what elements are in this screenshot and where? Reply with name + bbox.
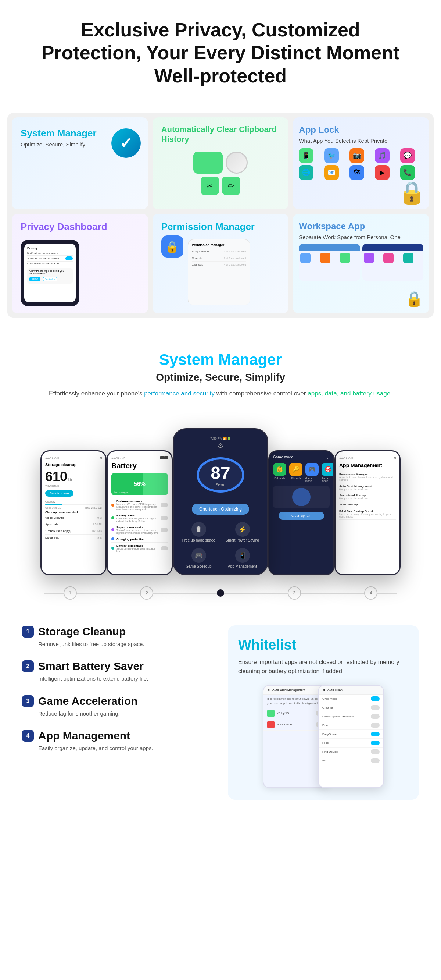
feature-card-permission[interactable]: Permission Manager 🔒 Permission manager … — [152, 214, 289, 313]
score-icon-4: 📱 App Management — [224, 548, 261, 568]
shield-icon — [111, 128, 141, 158]
app-lock-content: App Lock What App You Select is Kept Pri… — [299, 125, 424, 202]
opt3-name: Super power saving Turn off several syst… — [116, 526, 159, 534]
workspace-subtitle: Separate Work Space from Personal One — [299, 234, 424, 240]
whitelist-phone-front: ◀ Auto clean Child mode Chrome Data Migr… — [318, 685, 384, 788]
feature-card-system-manager[interactable]: System Manager Optimize, Secure, Simplif… — [12, 117, 148, 209]
system-manager-section: System Manager Optimize, Secure, Simplif… — [0, 329, 441, 406]
clean-ram-btn[interactable]: Clean up ram — [279, 512, 324, 520]
feature-4-desc: Easily organize, update, and control you… — [38, 744, 213, 752]
feature-num-2: 2 — [22, 660, 34, 672]
feature-card-clipboard[interactable]: Automatically Clear Clipboard History ✂ … — [152, 117, 289, 209]
allow-btn: Allow — [29, 277, 40, 282]
clean-btn[interactable]: Safe to clean — [45, 490, 73, 496]
workspace-screenshots — [299, 244, 424, 281]
privacy-popup: Allow Photo App to send you notification… — [27, 268, 73, 284]
toggle-off-3 — [160, 528, 168, 532]
dot-teal — [111, 547, 114, 550]
ws-header-2 — [362, 244, 424, 251]
ws-app-icon — [383, 253, 393, 263]
dont-allow-btn: Don't Allow — [43, 277, 58, 282]
mgmt-item-1: Permission Manager Apps that currently u… — [339, 471, 396, 483]
score-num: 87 — [211, 463, 230, 483]
feature-card-app-lock[interactable]: App Lock What App You Select is Kept Pri… — [293, 117, 429, 209]
power-icon: ⚡ — [235, 522, 250, 537]
score-circle: 87 Score — [197, 457, 244, 493]
storage-label: Storage cleanup — [45, 462, 102, 467]
app-icon-7: 📧 — [324, 165, 339, 180]
ws-toggle-on-files — [371, 741, 380, 745]
app-icon-4: 🎵 — [375, 148, 390, 163]
ws-front-row-2: Chrome — [319, 703, 383, 712]
progress-dot-3: 3 — [288, 586, 301, 600]
total-label: Total 256.0 GB — [85, 507, 102, 509]
apps-icon: 📱 — [235, 548, 250, 563]
battery-opt-3: Super power saving Turn off several syst… — [111, 524, 168, 536]
opt1-name: Performance mode Increase CPU and GPU fr… — [116, 500, 159, 511]
score-btn[interactable]: One-touch Optimizing — [192, 504, 249, 515]
score-icon-1-label: Free up more space — [182, 538, 215, 542]
feature-3-title: 3 Game Acceleration — [22, 695, 213, 707]
game-screen: Game mode ⋮ 👶 Kid mode 🔑 PIN safe 🎮 Game… — [270, 451, 333, 574]
feature-4-title: 4 App Management — [22, 729, 213, 742]
progress-dot-4: 4 — [364, 586, 378, 600]
ws-screen-1 — [299, 244, 360, 281]
privacy-title: Privacy Dashboard — [21, 221, 139, 232]
toggle-off-1 — [160, 503, 168, 507]
lock-icon: 🔒 — [398, 180, 425, 206]
whitelist-card: Whitelist Ensure important apps are not … — [228, 625, 419, 800]
kid-mode-icon: 👶 — [273, 463, 286, 476]
stacked-phones: ◀ Auto Start Management It is recommende… — [238, 685, 409, 788]
app-icon-1: 📱 — [299, 148, 314, 163]
app-icon-2: 🐦 — [324, 148, 339, 163]
feature-card-workspace[interactable]: Workspace App Separate Work Space from P… — [293, 214, 429, 313]
ws-app-icon — [320, 253, 330, 263]
storage-num-row: 610 kb — [45, 469, 102, 484]
used-label: Used 16.5 GB — [45, 507, 61, 509]
app-mgmt-title: App Management — [339, 462, 396, 468]
storage-unit: kb — [68, 478, 72, 482]
mgmt-item-3: Associated Startup 0 apps have been allo… — [339, 492, 396, 501]
dot-purple — [111, 528, 114, 531]
phone-storage: 11:43 AM◀ Storage cleanup 610 kb View de… — [40, 450, 106, 575]
game-title-bar: Game mode ⋮ — [273, 455, 330, 459]
score-icon-2-label: Smart Power Saving — [226, 538, 259, 542]
opt5-name: Battery percentage Show battery percenta… — [116, 544, 159, 552]
clipboard-title: Automatically Clear Clipboard History — [161, 125, 280, 144]
storage-item-1: Video Cleanup0 B — [45, 515, 102, 521]
workspace-title: Workspace App — [299, 221, 424, 232]
score-icons: 🗑 Free up more space ⚡ Smart Power Savin… — [180, 522, 261, 568]
battery-opt-5: Battery percentage Show battery percenta… — [111, 542, 168, 554]
mgmt-item-4: Auto cleanup — [339, 501, 396, 508]
battery-opt-1: Performance mode Increase CPU and GPU fr… — [111, 498, 168, 512]
game-mode-kid: 👶 Kid mode — [273, 463, 286, 482]
ws-app-icon-wps — [267, 721, 274, 729]
capacity-labels: Used 16.5 GB Total 256.0 GB — [45, 507, 102, 509]
app-icon-5: 💬 — [400, 148, 415, 163]
desc-highlight1: performance and security — [144, 390, 215, 397]
ws-front-row-1: Child mode — [319, 695, 383, 703]
clipboard-rect — [193, 151, 223, 173]
features-whitelist-section: 1 Storage Cleanup Remove junk files to f… — [0, 611, 441, 815]
pin-safe-icon: 🔑 — [289, 463, 303, 476]
score-icon-3: 🎮 Game Speedup — [180, 548, 217, 568]
storage-item-4: Large files5 B — [45, 535, 102, 541]
app-icon-6: 🌐 — [299, 165, 314, 180]
battery-pct: 56% — [134, 481, 146, 487]
score-icon-4-label: App Management — [228, 564, 257, 568]
clipboard-circle — [226, 151, 248, 173]
battery-opt-4: Charging protection — [111, 536, 168, 542]
feature-item-1: 1 Storage Cleanup Remove junk files to f… — [22, 625, 213, 649]
toggle-off-2 — [160, 516, 168, 520]
feature-card-privacy[interactable]: Privacy Dashboard Privacy Notifications … — [12, 214, 148, 313]
battery-top-bar: 11:43 AM⬛⬛ — [111, 456, 168, 460]
phone-battery: 11:43 AM⬛⬛ Battery 56% fast charging Per… — [106, 450, 173, 575]
ws-front-row-4: Drive — [319, 721, 383, 730]
section-subtitle: Optimize, Secure, Simplify — [15, 372, 426, 383]
app-mgmt-top-bar: 11:43 AM◀ — [339, 456, 396, 460]
battery-opt-2: Battery Saver Optimize several system se… — [111, 512, 168, 524]
hero-section: Exclusive Privacy, Customized Protection… — [0, 0, 441, 102]
ws-phone-front-header: ◀ Auto clean — [319, 686, 383, 695]
ws-front-row-3: Data Migration Assistant — [319, 712, 383, 721]
game-mode-focus: 🎯 Focus mode — [322, 463, 333, 482]
